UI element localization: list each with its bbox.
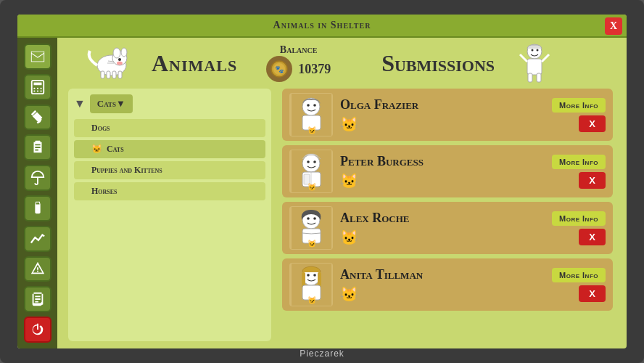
- menu-item-cats[interactable]: 🐱 Cats: [74, 140, 265, 158]
- submissions-panel: 🐱 Olga Frazier 🐱 More Info X: [282, 89, 616, 341]
- submission-avatar-1: 🐱: [289, 150, 333, 193]
- filter-row: ▼ Cats ▼: [74, 94, 265, 113]
- reject-button-3[interactable]: X: [579, 285, 606, 302]
- window-title: Animals in Shelter: [273, 20, 371, 31]
- svg-rect-19: [118, 71, 122, 78]
- svg-point-11: [121, 48, 127, 57]
- sidebar-chart[interactable]: [24, 226, 51, 252]
- svg-rect-18: [112, 71, 116, 78]
- svg-point-38: [302, 155, 320, 172]
- svg-point-12: [118, 58, 121, 61]
- header: Animals Balance 🐾 10379: [57, 38, 627, 89]
- submission-actions-1: More Info X: [552, 155, 606, 189]
- svg-point-13: [117, 61, 123, 65]
- cats-label: Cats: [107, 144, 124, 155]
- more-info-button-0[interactable]: More Info: [552, 98, 606, 113]
- svg-point-40: [313, 160, 316, 163]
- animals-title: Animals: [152, 50, 237, 77]
- svg-rect-29: [528, 73, 532, 82]
- svg-rect-26: [527, 59, 542, 75]
- submission-card-0: 🐱 Olga Frazier 🐱 More Info X: [282, 89, 613, 141]
- menu-item-horses[interactable]: Horses: [74, 182, 265, 200]
- reject-button-0[interactable]: X: [579, 115, 606, 132]
- dropdown-arrow: ▼: [116, 98, 125, 110]
- monitor-brand: Pieczarek: [0, 348, 644, 359]
- submission-name-1: Peter Burgess: [340, 154, 545, 169]
- sidebar-mail[interactable]: [24, 44, 51, 70]
- svg-point-39: [307, 160, 310, 163]
- svg-text:🐱: 🐱: [307, 182, 317, 192]
- submission-avatar-0: 🐱: [289, 93, 333, 136]
- svg-point-3: [36, 87, 38, 89]
- submission-name-2: Alex Roche: [340, 211, 545, 226]
- svg-point-6: [36, 90, 38, 91]
- svg-rect-16: [101, 71, 104, 78]
- submission-card-2: 🐱 Alex Roche 🐱 More Info X: [282, 202, 613, 254]
- svg-line-27: [520, 54, 527, 62]
- title-bar: Animals in Shelter X: [17, 15, 627, 38]
- svg-point-33: [307, 104, 310, 107]
- main-content: Animals Balance 🐾 10379: [57, 38, 627, 348]
- svg-text:🐱: 🐱: [307, 126, 317, 135]
- reject-button-2[interactable]: X: [579, 229, 606, 245]
- person-mascot: [516, 43, 553, 83]
- svg-text:🐱: 🐱: [307, 295, 317, 305]
- sidebar-bottle[interactable]: [24, 195, 51, 221]
- close-button[interactable]: X: [605, 17, 622, 35]
- svg-line-28: [542, 54, 549, 62]
- svg-point-25: [537, 49, 539, 52]
- more-info-button-1[interactable]: More Info: [552, 155, 606, 169]
- filter-selected-label: Cats: [97, 98, 116, 110]
- submission-pet-0: 🐱: [340, 115, 545, 133]
- balance-value: 10379: [298, 62, 331, 77]
- svg-rect-17: [107, 71, 110, 78]
- submission-name-3: Anita Tillman: [340, 267, 545, 282]
- filter-dropdown[interactable]: Cats ▼: [90, 94, 133, 113]
- menu-item-puppies-kittens[interactable]: Puppies and Kittens: [74, 161, 265, 179]
- body-row: ▼ Cats ▼ Dogs 🐱 Cats Puppies and Kittens…: [57, 89, 627, 348]
- svg-point-10: [113, 48, 120, 58]
- screen: Animals in Shelter X: [17, 15, 627, 348]
- sidebar-alert[interactable]: [24, 256, 51, 282]
- svg-point-53: [307, 274, 310, 277]
- svg-rect-1: [33, 82, 41, 85]
- sidebar-clipboard[interactable]: [24, 134, 51, 160]
- submission-actions-2: More Info X: [552, 211, 606, 245]
- reject-button-1[interactable]: X: [579, 172, 606, 189]
- menu-item-dogs[interactable]: Dogs: [74, 119, 265, 137]
- balance-label: Balance: [280, 44, 318, 56]
- submission-pet-1: 🐱: [340, 172, 545, 189]
- svg-point-4: [40, 87, 41, 89]
- sidebar-umbrella[interactable]: [24, 165, 51, 191]
- more-info-button-2[interactable]: More Info: [552, 211, 606, 226]
- submission-avatar-2: 🐱: [289, 206, 333, 250]
- submission-actions-0: More Info X: [552, 98, 606, 132]
- svg-point-54: [313, 274, 316, 277]
- submission-info-3: Anita Tillman 🐱: [340, 267, 545, 303]
- submission-actions-3: More Info X: [552, 268, 606, 302]
- submissions-title: Submissions: [381, 50, 495, 77]
- svg-point-48: [313, 217, 316, 220]
- submission-info-1: Peter Burgess 🐱: [340, 154, 545, 189]
- submission-card-1: 🐱 Peter Burgess 🐱 More Info X: [282, 145, 613, 197]
- balance-section: Balance 🐾 10379: [266, 44, 331, 82]
- svg-point-24: [532, 49, 534, 52]
- submission-card-3: 🐱 Anita Tillman 🐱 More Info X: [282, 258, 613, 311]
- sidebar-calculator[interactable]: [24, 74, 51, 100]
- svg-point-2: [33, 87, 35, 89]
- svg-point-47: [307, 217, 310, 220]
- more-info-button-3[interactable]: More Info: [552, 268, 606, 282]
- svg-point-7: [40, 90, 41, 91]
- filter-icon: ▼: [74, 97, 86, 110]
- left-panel: ▼ Cats ▼ Dogs 🐱 Cats Puppies and Kittens…: [68, 89, 271, 341]
- submission-name-0: Olga Frazier: [340, 97, 545, 113]
- dog-mascot: [72, 44, 130, 83]
- sidebar-power[interactable]: [24, 317, 51, 343]
- svg-text:🐾: 🐾: [275, 65, 284, 74]
- sidebar-notes[interactable]: [24, 286, 51, 312]
- submission-pet-2: 🐱: [340, 229, 545, 246]
- cat-icon: 🐱: [91, 144, 102, 155]
- svg-rect-30: [537, 73, 541, 82]
- svg-point-34: [313, 104, 316, 107]
- sidebar-shovel[interactable]: [24, 105, 51, 131]
